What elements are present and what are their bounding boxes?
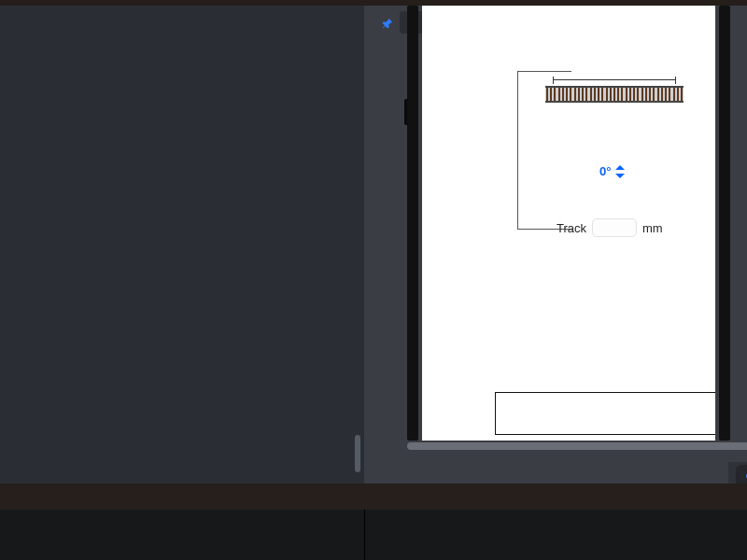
preview-canvas: 0° Track mm <box>422 6 715 441</box>
left-panel-scroll-thumb[interactable] <box>355 435 360 472</box>
stepper-icon <box>615 165 625 178</box>
record-button[interactable] <box>739 467 747 485</box>
track-segment[interactable] <box>545 86 684 103</box>
angle-value: 0° <box>599 164 611 178</box>
device-frame-left <box>407 6 418 441</box>
track-length-input[interactable] <box>592 218 637 237</box>
dimension-ruler <box>553 77 676 84</box>
circle-dot-icon <box>742 469 747 483</box>
angle-stepper[interactable]: 0° <box>599 164 625 178</box>
preview-horizontal-scrollbar[interactable] <box>370 441 747 452</box>
track-ties <box>545 88 684 101</box>
bottom-placeholder-rect <box>495 392 715 435</box>
preview-scroll-thumb[interactable] <box>407 442 747 450</box>
device-frame-right <box>719 6 730 441</box>
pin-button[interactable] <box>377 13 398 34</box>
pin-icon <box>381 17 394 30</box>
left-panel <box>0 6 364 483</box>
track-unit: mm <box>642 221 663 235</box>
bottom-band-lower <box>0 510 747 560</box>
preview-panel: 0° Track mm <box>364 6 747 483</box>
bottom-band-upper <box>0 483 747 510</box>
track-label: Track <box>557 221 586 235</box>
